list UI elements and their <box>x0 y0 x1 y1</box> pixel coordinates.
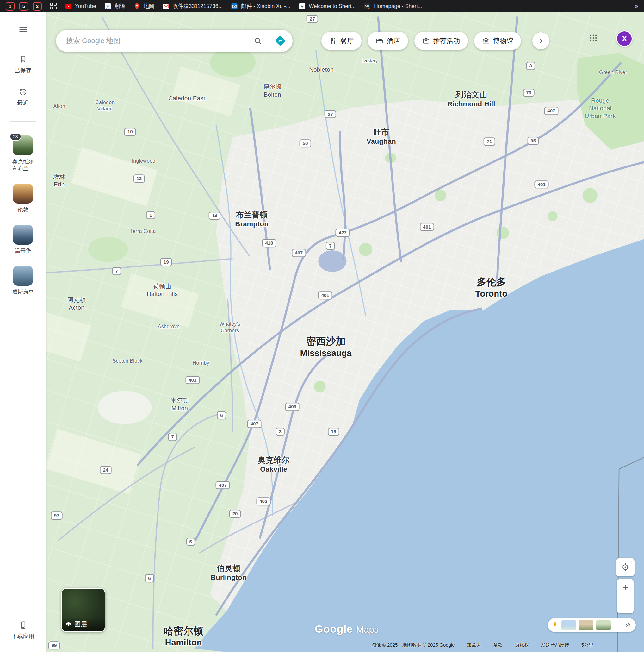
map-label-erin[interactable]: 埃林Erin <box>53 173 65 188</box>
chip-label: 博物馆 <box>493 36 513 45</box>
map-label-whaley-s-corners[interactable]: Whaley's Corners <box>220 321 241 334</box>
chips-scroll-next-button[interactable] <box>532 32 550 49</box>
footer-link-terms[interactable]: 条款 <box>493 642 503 648</box>
google-apps-button[interactable] <box>589 33 598 44</box>
photo-thumbnail[interactable] <box>579 620 593 630</box>
footer-link-region[interactable]: 加拿大 <box>467 642 481 648</box>
road-shield-73: 73 <box>523 89 535 97</box>
bookmark-icon <box>19 55 28 64</box>
saved-place-wisconsin[interactable]: 威斯康星 <box>12 266 34 296</box>
road-shield-403: 403 <box>256 497 271 506</box>
sidebar-item-recent[interactable]: 最近 <box>18 87 29 107</box>
my-location-button[interactable] <box>616 558 635 576</box>
browser-tab-bar: 1 5 2 YouTube 文 翻译 地圖 收件箱3311215736... 邮… <box>0 0 644 12</box>
photo-thumbnail[interactable] <box>561 620 576 630</box>
tab-translate[interactable]: 文 翻译 <box>104 3 125 10</box>
map-attribution: 图像 © 2025，地图数据 © 2025 Google 加拿大 条款 隐私权 … <box>372 642 624 648</box>
map-label-hornby[interactable]: Hornby <box>193 360 209 366</box>
map-label-vaughan[interactable]: 旺市Vaughan <box>367 127 396 145</box>
map-label-rouge-national-urban-park[interactable]: Rouge National Urban Park <box>585 97 616 120</box>
tab-d2l[interactable]: D2L Homepage - Sheri... <box>364 3 422 10</box>
search-button[interactable] <box>248 30 268 52</box>
map-label-hamilton[interactable]: 哈密尔顿Hamilton <box>164 624 203 648</box>
scale-control[interactable]: 5公里 <box>581 642 624 648</box>
tab-outlook[interactable]: 邮件 - Xiaobin Xu -... <box>231 3 290 10</box>
google-maps-watermark: Google Maps <box>315 623 379 635</box>
map-label-toronto[interactable]: 多伦多Toronto <box>475 276 507 299</box>
road-shield-410: 410 <box>262 239 276 247</box>
road-shield-6: 6 <box>145 574 154 582</box>
map-label-laskay[interactable]: Laskay <box>362 57 378 64</box>
map-label-caledon-east[interactable]: Caledon East <box>168 94 205 102</box>
tab-counter-badges: 1 5 2 <box>6 2 42 11</box>
chip-restaurants[interactable]: 餐厅 <box>321 32 362 50</box>
saved-place-oakville[interactable]: 23 奥克维尔 & 布兰... <box>12 135 34 172</box>
directions-icon <box>274 34 287 48</box>
history-icon <box>19 87 28 96</box>
chip-museums[interactable]: 博物馆 <box>474 32 521 50</box>
map-label-caledon-village[interactable]: Caledon Village <box>95 99 114 112</box>
tab-gmail[interactable]: 收件箱3311215736... <box>163 3 223 10</box>
road-shield-14: 14 <box>209 212 221 220</box>
footer-link-feedback[interactable]: 发送产品反馈 <box>541 642 569 648</box>
map-label-burlington[interactable]: 伯灵顿Burlington <box>211 563 246 582</box>
tab-counter-badge[interactable]: 5 <box>19 2 28 11</box>
account-avatar[interactable]: X <box>616 30 633 47</box>
d2l-icon: D2L <box>364 3 371 10</box>
footer-link-privacy[interactable]: 隐私权 <box>515 642 529 648</box>
svg-text:D2L: D2L <box>365 5 370 8</box>
menu-hamburger-button[interactable] <box>19 25 28 35</box>
tab-overflow-chevron[interactable]: » <box>635 2 638 10</box>
map-label-green-river[interactable]: Green River <box>599 69 627 75</box>
tab-maps[interactable]: 地圖 <box>134 3 155 10</box>
map-label-milton[interactable]: 米尔顿Milton <box>170 397 189 412</box>
download-label: 下载应用 <box>12 632 34 640</box>
map-label-halton-hills[interactable]: 荷顿山Halton Hills <box>147 282 178 298</box>
road-shield-407: 407 <box>247 420 261 428</box>
map-label-nobleton[interactable]: Nobleton <box>309 66 334 74</box>
tab-counter-badge[interactable]: 1 <box>6 2 15 11</box>
directions-button[interactable] <box>268 30 292 52</box>
tab-counter-badge[interactable]: 2 <box>33 2 42 11</box>
map-label-mississauga[interactable]: 密西沙加Mississauga <box>300 335 352 359</box>
road-shield-19: 19 <box>160 258 172 266</box>
tab-youtube[interactable]: YouTube <box>65 3 96 10</box>
road-shield-27: 27 <box>307 15 318 23</box>
saved-place-vancouver[interactable]: 温哥华 <box>13 225 33 254</box>
road-shield-403: 403 <box>285 403 300 411</box>
map-label-terra-cotta[interactable]: Terra Cotta <box>130 228 156 235</box>
sidebar-item-saved[interactable]: 已保存 <box>15 55 32 74</box>
tab-grid-icon[interactable] <box>50 3 57 9</box>
sidebar-divider <box>10 121 36 121</box>
map-label-ashgrove[interactable]: Ashgrove <box>158 323 180 330</box>
layers-toggle[interactable]: 图层 <box>61 588 105 632</box>
map-label-oakville[interactable]: 奥克维尔Oakville <box>258 455 290 474</box>
photos-bar <box>548 618 636 632</box>
place-thumbnail <box>13 225 33 245</box>
saved-place-london[interactable]: 伦敦 <box>13 184 33 213</box>
chip-activities[interactable]: 推荐活动 <box>414 32 468 50</box>
map-label-brampton[interactable]: 布兰普顿Brampton <box>235 210 269 228</box>
chip-label: 酒店 <box>387 36 400 45</box>
chip-hotels[interactable]: 酒店 <box>368 32 408 50</box>
download-app-button[interactable]: 下载应用 <box>12 621 34 640</box>
map-label-acton[interactable]: 阿克顿Acton <box>67 296 86 312</box>
photo-thumbnail[interactable] <box>596 620 611 630</box>
map-canvas[interactable] <box>0 0 644 652</box>
map-label-richmond-hill[interactable]: 列治文山Richmond Hill <box>448 89 495 109</box>
maps-pin-icon <box>134 3 140 10</box>
watermark-maps: Maps <box>356 624 379 635</box>
search-input[interactable] <box>56 37 248 45</box>
collapse-chevron-icon[interactable] <box>624 621 632 629</box>
zoom-in-button[interactable]: + <box>617 579 634 596</box>
tab-sheridan[interactable]: S Welcome to Sheri... <box>299 3 356 10</box>
map-label-alton[interactable]: Alton <box>53 103 65 110</box>
map-label-inglewood[interactable]: Inglewood <box>132 158 156 164</box>
apps-grid-icon <box>589 33 598 43</box>
road-shield-401: 401 <box>535 181 549 189</box>
map-label-scotch-block[interactable]: Scotch Block <box>113 358 143 364</box>
map-label-bolton[interactable]: 博尔顿Bolton <box>263 83 281 99</box>
place-thumbnail <box>13 184 33 203</box>
zoom-out-button[interactable]: − <box>617 596 634 614</box>
pegman-icon[interactable] <box>552 622 559 629</box>
